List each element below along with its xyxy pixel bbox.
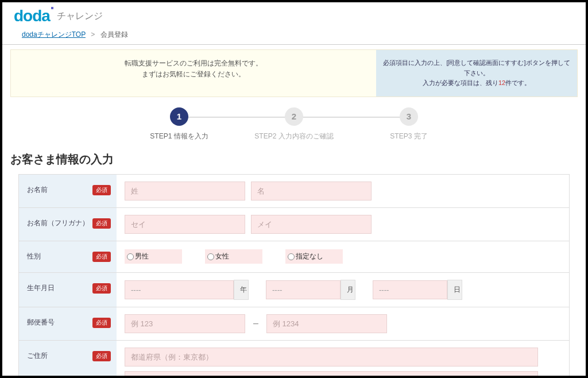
progress-steps: 1 STEP1 情報を入力 2 STEP2 入力内容のご確認 3 STEP3 完…: [2, 107, 586, 141]
radio-male[interactable]: 男性: [125, 249, 182, 264]
select-birth-year[interactable]: ----: [125, 280, 234, 299]
step-3: 3 STEP3 完了: [351, 107, 466, 141]
logo-suffix: チャレンジ: [57, 10, 103, 22]
row-birth: 生年月日 必須 ---- 年 ---- 月 ---- 日: [19, 273, 569, 307]
step-1-circle: 1: [170, 107, 188, 126]
select-birth-day[interactable]: ----: [373, 280, 447, 299]
step-2-label: STEP2 入力内容のご確認: [254, 132, 333, 141]
notice-right-line2: 入力が必要な項目は、残り12件です。: [382, 78, 571, 88]
required-badge: 必須: [92, 218, 111, 229]
unit-month: 月: [341, 280, 355, 300]
step-1: 1 STEP1 情報を入力: [122, 107, 237, 141]
required-badge: 必須: [92, 283, 111, 294]
radio-group-sex: 男性 女性 指定なし: [125, 249, 366, 264]
radio-icon: [207, 253, 214, 260]
row-name: お名前 必須: [19, 175, 569, 208]
section-title: お客さま情報の入力: [10, 152, 578, 167]
radio-none[interactable]: 指定なし: [285, 249, 343, 264]
radio-icon: [288, 253, 295, 260]
input-kana-sei[interactable]: [125, 215, 245, 234]
step-2-circle: 2: [285, 107, 303, 126]
row-address: ご住所 必須: [19, 341, 569, 378]
breadcrumb-current: 会員登録: [100, 30, 128, 38]
step-3-circle: 3: [400, 107, 418, 126]
input-address-pref[interactable]: [125, 348, 538, 367]
logo-brand: doda: [14, 7, 50, 25]
notice-right-line1: 必須項目に入力の上、[同意して確認画面にすすむ]ボタンを押して下さい。: [382, 58, 571, 78]
form-table: お名前 必須 お名前（フリガナ） 必須 性別 必須: [18, 174, 570, 378]
select-birth-month[interactable]: ----: [266, 280, 341, 299]
notice-bar: 転職支援サービスのご利用は完全無料です。 まずはお気軽にご登録ください。 必須項…: [10, 49, 578, 97]
notice-left-line2: まずはお気軽にご登録ください。: [17, 69, 370, 80]
step-line: [179, 117, 294, 118]
label-kana: お名前（フリガナ） 必須: [19, 208, 117, 241]
unit-day: 日: [447, 280, 462, 300]
input-postal-1[interactable]: [125, 314, 245, 333]
step-line: [294, 117, 409, 118]
required-badge: 必須: [92, 351, 111, 361]
label-sex: 性別 必須: [19, 241, 117, 272]
breadcrumb-top-link[interactable]: dodaチャレンジTOP: [22, 30, 86, 38]
label-postal: 郵便番号 必須: [19, 307, 117, 340]
input-name-sei[interactable]: [125, 182, 245, 200]
divider: [2, 44, 586, 45]
radio-icon: [127, 253, 134, 260]
dash-separator: –: [251, 318, 261, 329]
notice-left-line1: 転職支援サービスのご利用は完全無料です。: [17, 58, 370, 69]
row-kana: お名前（フリガナ） 必須: [19, 208, 569, 241]
notice-right: 必須項目に入力の上、[同意して確認画面にすすむ]ボタンを押して下さい。 入力が必…: [376, 50, 577, 97]
remaining-count: 12: [498, 79, 505, 86]
label-name: お名前 必須: [19, 175, 117, 207]
label-address: ご住所 必須: [19, 341, 117, 378]
notice-left: 転職支援サービスのご利用は完全無料です。 まずはお気軽にご登録ください。: [11, 50, 376, 97]
step-1-label: STEP1 情報を入力: [150, 132, 208, 141]
unit-year: 年: [234, 280, 249, 300]
breadcrumb: dodaチャレンジTOP > 会員登録: [2, 28, 586, 44]
required-badge: 必須: [92, 185, 111, 195]
input-name-mei[interactable]: [251, 182, 372, 200]
step-2: 2 STEP2 入力内容のご確認: [237, 107, 351, 141]
required-badge: 必須: [92, 318, 111, 328]
input-postal-2[interactable]: [266, 314, 387, 333]
logo[interactable]: doda チャレンジ: [14, 7, 103, 25]
input-address-city[interactable]: [125, 371, 538, 378]
header: doda チャレンジ: [2, 2, 586, 28]
radio-female[interactable]: 女性: [205, 249, 262, 264]
row-postal: 郵便番号 必須 –: [19, 307, 569, 341]
input-kana-mei[interactable]: [251, 215, 372, 234]
breadcrumb-separator: >: [91, 30, 95, 38]
step-3-label: STEP3 完了: [390, 132, 427, 141]
label-birth: 生年月日 必須: [19, 273, 117, 307]
row-sex: 性別 必須 男性 女性 指定なし: [19, 241, 569, 273]
required-badge: 必須: [92, 252, 111, 262]
